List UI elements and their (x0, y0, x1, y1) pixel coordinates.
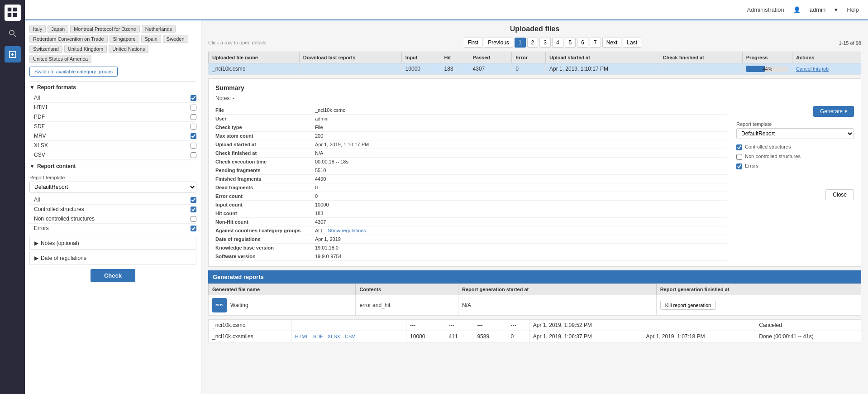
cell-input: --- (406, 320, 445, 331)
show-regulations-link[interactable]: Show regulations (328, 228, 366, 233)
report-formats-header[interactable]: ▼ Report formats (29, 81, 196, 93)
col-input: Input (401, 52, 440, 63)
cell-passed: 9589 (473, 331, 507, 342)
gen-cell-started: N/A (458, 295, 656, 316)
table-row[interactable]: _nci10k.csmol 10000 183 4307 0 Apr 1, 20… (209, 63, 861, 75)
summary-errors-checkbox[interactable] (736, 163, 742, 169)
page-5-button[interactable]: 5 (565, 38, 576, 48)
format-html-row: HTML (29, 103, 196, 112)
sdf-download-link[interactable]: SDF (313, 334, 323, 339)
generated-reports-box: Generated reports Generated file name Co… (208, 270, 861, 316)
country-tag[interactable]: United Kingdom (64, 45, 107, 53)
xlsx-download-link[interactable]: XLSX (328, 334, 340, 339)
upload-sidebar-icon[interactable] (5, 46, 21, 62)
page-1-button[interactable]: 1 (515, 38, 526, 48)
page-7-button[interactable]: 7 (590, 38, 601, 48)
generate-dropdown-arrow: ▾ (844, 108, 847, 115)
report-content-header[interactable]: ▼ Report content (29, 160, 196, 172)
format-html-checkbox[interactable] (191, 105, 196, 111)
col-actions: Actions (792, 52, 861, 63)
generate-button[interactable]: Generate ▾ (813, 106, 854, 117)
format-csv-row: CSV (29, 150, 196, 160)
table-row[interactable]: _nci10k.cxsmiles HTML SDF XLSX CSV 10000… (209, 331, 861, 342)
cell-progress: 44% (742, 63, 792, 75)
page-2-button[interactable]: 2 (527, 38, 539, 48)
summary-noncontrolled-checkbox[interactable] (736, 154, 742, 160)
last-page-button[interactable]: Last (623, 38, 641, 48)
csv-download-link[interactable]: CSV (345, 334, 355, 339)
page-6-button[interactable]: 6 (577, 38, 588, 48)
check-button[interactable]: Check (91, 269, 135, 282)
cell-progress: Done (00:00:41 -- 41s) (755, 331, 861, 342)
noncontrolled-structures-row: Non-controlled structures (736, 152, 854, 162)
close-button[interactable]: Close (825, 189, 854, 200)
content-controlled-checkbox[interactable] (191, 207, 196, 212)
country-tag[interactable]: Italy (29, 25, 46, 33)
right-panel: Uploaded files Click a row to open detai… (201, 20, 868, 394)
col-hit: Hit (440, 52, 469, 63)
report-formats-arrow: ▼ (29, 84, 35, 91)
country-tag[interactable]: Rotterdam Convention on Trade (29, 35, 108, 43)
content-all-checkbox[interactable] (191, 197, 196, 203)
country-tag[interactable]: Sweden (163, 35, 188, 43)
pagination: First Previous 1 2 3 4 5 6 7 Next Last (464, 38, 641, 48)
summary-title: Summary (215, 84, 854, 91)
html-download-link[interactable]: HTML (295, 334, 309, 339)
country-tag[interactable]: Japan (48, 25, 68, 33)
cell-input: 10000 (406, 331, 445, 342)
summary-template-select[interactable]: DefaultReport (736, 128, 854, 139)
country-tag[interactable]: United States of America (29, 55, 91, 63)
format-csv-checkbox[interactable] (191, 152, 196, 158)
svg-rect-0 (7, 7, 12, 12)
format-sdf-checkbox[interactable] (191, 124, 196, 130)
cell-hit: --- (445, 320, 473, 331)
country-tag[interactable]: Singapore (110, 35, 139, 43)
svg-rect-3 (13, 13, 17, 17)
generated-reports-header: Generated reports (208, 270, 861, 283)
gen-cell-finished: Kill report generation (656, 295, 861, 316)
format-all-checkbox[interactable] (191, 95, 196, 101)
summary-controlled-checkbox[interactable] (736, 144, 742, 150)
administration-link[interactable]: Administration (747, 6, 784, 13)
notes-section[interactable]: ▶ Notes (optional) (29, 237, 196, 250)
switch-category-groups-button[interactable]: Switch to available category groups (29, 67, 118, 77)
country-tags-area: ItalyJapanMontreal Protocol for OzoneNet… (29, 25, 196, 63)
country-tag[interactable]: Netherlands (142, 25, 176, 33)
report-template-select[interactable]: DefaultReport (29, 182, 196, 192)
format-pdf-checkbox[interactable] (191, 114, 196, 120)
content-controlled-label: Controlled structures (34, 206, 84, 212)
kill-report-generation-button[interactable]: Kill report generation (660, 301, 716, 310)
format-csv-label: CSV (34, 152, 45, 158)
content-errors-checkbox[interactable] (191, 226, 196, 231)
cancel-job-link[interactable]: Cancel this job (796, 66, 829, 72)
col-error: Error (512, 52, 546, 63)
cell-check-finished: Apr 1, 2019, 1:07:18 PM (642, 331, 755, 342)
cell-action[interactable]: Cancel this job (792, 63, 861, 75)
search-sidebar-icon[interactable] (5, 25, 21, 42)
next-page-button[interactable]: Next (602, 38, 622, 48)
prev-page-button[interactable]: Previous (484, 38, 513, 48)
table-row[interactable]: _nci10k.csmol --- --- --- --- Apr 1, 201… (209, 320, 861, 331)
country-tag[interactable]: Switzerland (29, 45, 62, 53)
page-4-button[interactable]: 4 (552, 38, 563, 48)
country-tag[interactable]: Spain (141, 35, 161, 43)
summary-errors-label: Errors (745, 163, 758, 168)
first-page-button[interactable]: First (464, 38, 482, 48)
format-sdf-label: SDF (34, 123, 45, 130)
page-3-button[interactable]: 3 (539, 38, 551, 48)
content-noncontrolled-checkbox[interactable] (191, 216, 196, 222)
date-regulations-section[interactable]: ▶ Date of regulations (29, 252, 196, 264)
format-mrv-label: MRV (34, 133, 46, 139)
country-tag[interactable]: Montreal Protocol for Ozone (70, 25, 140, 33)
cell-filename: _nci10k.csmol (209, 320, 291, 331)
admin-link[interactable]: admin (810, 6, 825, 13)
format-pdf-label: PDF (34, 114, 45, 120)
format-xlsx-checkbox[interactable] (191, 143, 196, 149)
cell-check-finished (642, 320, 755, 331)
cell-upload-started: Apr 1, 2019, 1:10:17 PM (545, 63, 659, 75)
admin-dropdown-icon[interactable]: ▾ (835, 6, 838, 13)
help-link[interactable]: Help (847, 6, 859, 13)
gen-col-finished: Report generation finished at (656, 284, 861, 295)
country-tag[interactable]: United Nations (109, 45, 148, 53)
format-mrv-checkbox[interactable] (191, 133, 196, 139)
